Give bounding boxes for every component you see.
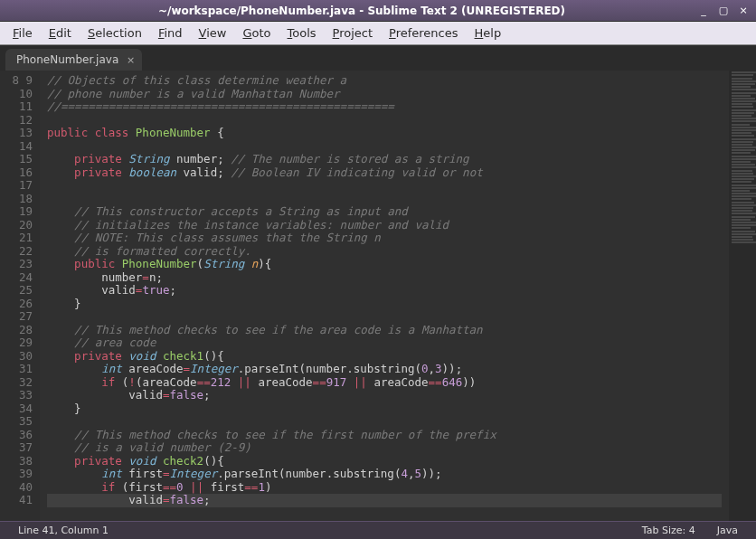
code-line: // This constructor accepts a String as … [47,205,722,219]
code-line: valid=false; [47,494,722,507]
code-line: public class PhoneNumber { [47,127,722,140]
minimap[interactable] [729,71,756,521]
minimap-line [732,112,754,114]
titlebar: ~/workspace/PhoneNumber.java - Sublime T… [0,0,756,22]
minimap-line [732,161,751,163]
menu-find[interactable]: Find [151,24,190,42]
minimap-line [732,144,752,146]
minimap-line [732,195,756,197]
code-line: valid=false; [47,389,722,402]
minimap-line [732,184,756,186]
minimap-line [732,74,753,76]
status-tabsize[interactable]: Tab Size: 4 [631,525,706,536]
minimap-line [732,138,756,140]
minimap-line [732,213,756,214]
code-line: int areaCode=Integer.parseInt(number.sub… [47,363,722,376]
minimap-line [732,98,755,99]
code-line: //======================================… [47,100,722,114]
minimap-line [732,92,756,94]
code-line: private void check1(){ [47,350,722,364]
status-syntax[interactable]: Java [706,525,749,536]
minimap-line [732,106,753,108]
minimap-line [732,78,752,80]
code-line: number=n; [47,271,722,285]
minimap-line [732,135,754,137]
minimap-line [732,95,751,97]
minimap-line [732,129,756,131]
minimap-line [732,86,751,88]
tab-label: PhoneNumber.java [16,53,118,66]
minimap-line [732,120,756,122]
minimap-line [732,124,750,126]
menu-selection[interactable]: Selection [80,24,149,42]
menu-edit[interactable]: Edit [42,24,79,42]
code-line: private String number; // The number is … [47,153,722,166]
menu-view[interactable]: View [192,24,234,42]
minimap-line [732,118,756,119]
minimap-line [732,227,751,229]
minimap-line [732,149,755,151]
code-line [47,179,722,193]
minimap-line [732,89,756,90]
tabbar: PhoneNumber.java × [0,45,756,71]
window-buttons: _ ▢ × [696,4,751,18]
minimap-line [732,204,756,206]
minimap-line [732,152,751,154]
minimap-line [732,178,754,180]
minimap-line [732,231,755,232]
code-line [47,415,722,429]
menu-help[interactable]: Help [468,24,509,42]
minimap-line [732,207,753,209]
code-line: private boolean valid; // Boolean IV ind… [47,166,722,180]
maximize-button[interactable]: ▢ [716,4,731,18]
minimap-line [732,224,756,226]
status-cursor[interactable]: Line 41, Column 1 [7,525,119,536]
code-line: private void check2(){ [47,455,722,468]
menu-tools[interactable]: Tools [280,24,324,42]
code-line: } [47,298,722,311]
window-title: ~/workspace/PhoneNumber.java - Sublime T… [27,5,696,17]
statusbar: Line 41, Column 1 Tab Size: 4 Java [0,521,756,539]
tab-phonenumber[interactable]: PhoneNumber.java × [5,49,142,71]
minimap-line [732,80,756,82]
code-line: // initializes the instance variables: n… [47,219,722,232]
code-line [47,114,722,128]
minimize-button[interactable]: _ [696,4,711,18]
minimap-line [732,233,756,235]
minimap-line [732,100,756,102]
code-line: // area code [47,336,722,350]
menubar: FileEditSelectionFindViewGotoToolsProjec… [0,22,756,45]
minimap-line [732,216,755,218]
minimap-line [732,164,755,165]
minimap-line [732,222,756,223]
close-button[interactable]: × [736,4,751,18]
code-line: int first=Integer.parseInt(number.substr… [47,468,722,481]
minimap-line [732,147,756,148]
code-line: // Objects of this class determine weath… [47,74,722,88]
code-line: public PhoneNumber(String n){ [47,258,722,271]
minimap-line [732,71,756,73]
minimap-line [732,241,756,243]
code-line [47,140,722,154]
minimap-line [732,198,751,200]
code-line: // NOTE: This class assumes that the Str… [47,232,722,245]
code-line: // is formatted correctly. [47,245,722,259]
code-line: // phone number is a valid Manhattan Num… [47,88,722,101]
minimap-line [732,239,753,241]
menu-preferences[interactable]: Preferences [382,24,465,42]
code-area[interactable]: // Objects of this class determine weath… [40,71,729,521]
menu-goto[interactable]: Goto [235,24,278,42]
code-line [47,310,722,324]
minimap-line [732,141,753,143]
code-line: if (!(areaCode==212 || areaCode==917 || … [47,376,722,390]
menu-project[interactable]: Project [326,24,381,42]
close-icon[interactable]: × [127,54,135,66]
minimap-line [732,166,756,168]
minimap-line [732,219,751,221]
menu-file[interactable]: File [5,24,40,42]
editor[interactable]: 8 9 10 11 12 13 14 15 16 17 18 19 20 21 … [0,71,756,521]
minimap-line [732,175,756,177]
code-line: if (first==0 || first==1) [47,481,722,495]
gutter: 8 9 10 11 12 13 14 15 16 17 18 19 20 21 … [0,71,40,521]
code-line: // is a valid number (2-9) [47,441,722,455]
